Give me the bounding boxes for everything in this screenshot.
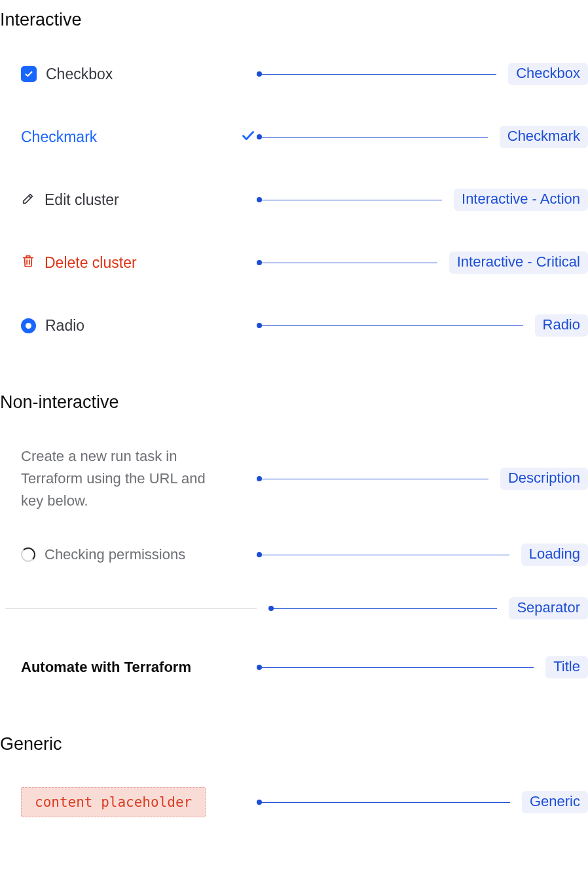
checkbox-label: Checkbox bbox=[46, 65, 113, 83]
connector-line bbox=[262, 802, 510, 803]
checkbox-badge: Checkbox bbox=[508, 63, 588, 85]
checkbox-icon[interactable] bbox=[21, 66, 37, 82]
badge-wrap: Generic bbox=[510, 791, 588, 813]
loading-badge: Loading bbox=[521, 544, 588, 566]
row-checkbox: Checkbox Checkbox bbox=[0, 63, 588, 85]
row-delete: Delete cluster Interactive - Critical bbox=[0, 251, 588, 274]
section-noninteractive-title: Non-interactive bbox=[0, 382, 588, 413]
edit-label: Edit cluster bbox=[45, 191, 119, 209]
connector-line bbox=[262, 555, 509, 555]
connector-line bbox=[274, 608, 497, 609]
connector-dot bbox=[257, 800, 262, 805]
connector-line bbox=[262, 263, 437, 263]
placeholder-box: content placeholder bbox=[21, 787, 206, 817]
radio-example[interactable]: Radio bbox=[21, 317, 257, 335]
connector-dot bbox=[257, 134, 262, 139]
badge-wrap: Loading bbox=[509, 544, 588, 566]
checkmark-label: Checkmark bbox=[21, 128, 97, 146]
connector-line bbox=[262, 479, 488, 479]
connector bbox=[257, 800, 510, 805]
connector-line bbox=[262, 325, 523, 326]
radio-icon[interactable] bbox=[21, 318, 36, 333]
row-radio: Radio Radio bbox=[0, 314, 588, 337]
connector bbox=[257, 606, 497, 611]
section-interactive: Interactive Checkbox Checkbox Checkmark bbox=[0, 0, 588, 337]
trash-icon bbox=[21, 254, 35, 271]
connector-line bbox=[262, 200, 442, 200]
connector-dot bbox=[257, 323, 262, 328]
description-example: Create a new run task in Terraform using… bbox=[21, 445, 257, 512]
spinner-icon bbox=[21, 547, 35, 562]
connector-line bbox=[262, 667, 534, 668]
edit-badge: Interactive - Action bbox=[454, 189, 588, 211]
radio-label: Radio bbox=[45, 317, 84, 335]
connector bbox=[257, 665, 534, 670]
connector-dot bbox=[257, 260, 262, 265]
loading-label: Checking permissions bbox=[45, 546, 185, 563]
connector bbox=[257, 260, 437, 265]
row-description: Create a new run task in Terraform using… bbox=[0, 445, 588, 512]
section-generic-title: Generic bbox=[0, 724, 588, 754]
description-badge: Description bbox=[500, 468, 588, 490]
delete-example[interactable]: Delete cluster bbox=[21, 254, 257, 272]
badge-wrap: Title bbox=[534, 656, 588, 678]
checkmark-example[interactable]: Checkmark bbox=[21, 127, 257, 147]
connector-dot bbox=[268, 606, 274, 611]
badge-wrap: Checkmark bbox=[488, 126, 588, 148]
separator-example bbox=[5, 608, 257, 609]
row-checkmark: Checkmark Checkmark bbox=[0, 126, 588, 148]
row-edit: Edit cluster Interactive - Action bbox=[0, 189, 588, 211]
radio-badge: Radio bbox=[535, 314, 588, 337]
connector-dot bbox=[257, 476, 262, 481]
row-loading: Checking permissions Loading bbox=[0, 544, 588, 566]
connector bbox=[257, 552, 509, 557]
connector-dot bbox=[257, 552, 262, 557]
badge-wrap: Separator bbox=[497, 597, 588, 620]
description-text: Create a new run task in Terraform using… bbox=[21, 445, 224, 512]
section-interactive-title: Interactive bbox=[0, 0, 588, 30]
section-generic: Generic content placeholder Generic bbox=[0, 724, 588, 817]
badge-wrap: Interactive - Critical bbox=[437, 251, 588, 274]
loading-example: Checking permissions bbox=[21, 546, 257, 563]
generic-badge: Generic bbox=[522, 791, 588, 813]
row-title: Automate with Terraform Title bbox=[0, 656, 588, 678]
checkbox-example[interactable]: Checkbox bbox=[21, 65, 257, 83]
badge-wrap: Checkbox bbox=[496, 63, 588, 85]
generic-example: content placeholder bbox=[21, 787, 257, 817]
section-noninteractive: Non-interactive Create a new run task in… bbox=[0, 382, 588, 678]
connector-line bbox=[262, 74, 496, 75]
checkmark-badge: Checkmark bbox=[500, 126, 588, 148]
separator-badge: Separator bbox=[509, 597, 588, 620]
delete-badge: Interactive - Critical bbox=[449, 251, 588, 274]
connector bbox=[257, 476, 488, 481]
connector bbox=[257, 134, 488, 139]
row-separator: Separator bbox=[0, 597, 588, 620]
checkmark-icon bbox=[240, 127, 257, 147]
badge-wrap: Radio bbox=[523, 314, 588, 337]
delete-label: Delete cluster bbox=[45, 254, 137, 272]
edit-example[interactable]: Edit cluster bbox=[21, 191, 257, 209]
separator-line bbox=[5, 608, 257, 609]
row-generic: content placeholder Generic bbox=[0, 787, 588, 817]
title-text: Automate with Terraform bbox=[21, 659, 191, 676]
badge-wrap: Description bbox=[488, 468, 588, 490]
connector bbox=[257, 71, 496, 77]
connector-dot bbox=[257, 665, 262, 670]
connector-dot bbox=[257, 197, 262, 202]
title-example: Automate with Terraform bbox=[21, 659, 257, 676]
connector bbox=[257, 197, 442, 202]
connector bbox=[257, 323, 523, 328]
radio-inner bbox=[26, 323, 31, 329]
title-badge: Title bbox=[545, 656, 588, 678]
pencil-icon bbox=[21, 191, 35, 208]
connector-line bbox=[262, 137, 488, 138]
connector-dot bbox=[257, 71, 262, 77]
badge-wrap: Interactive - Action bbox=[442, 189, 588, 211]
